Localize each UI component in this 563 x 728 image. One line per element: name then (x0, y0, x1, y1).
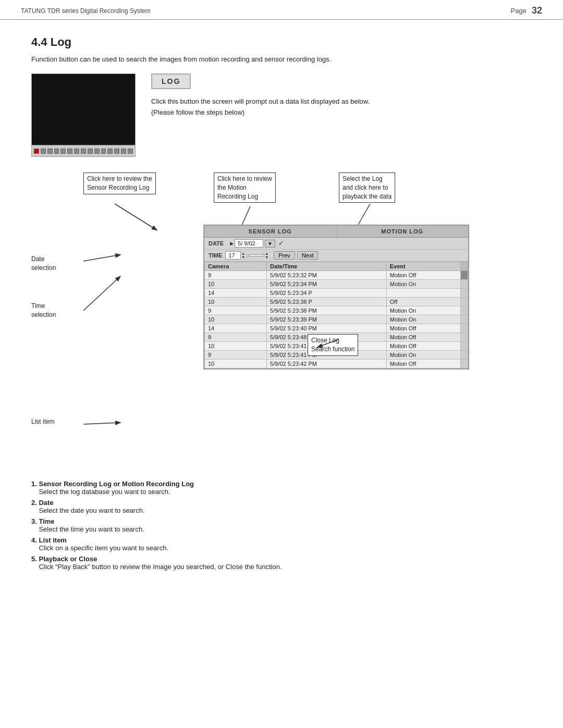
diagram-area: Date selection Time selection List item … (31, 172, 532, 464)
step-number: 5. (31, 555, 37, 563)
table-row[interactable]: 95/9/02 5:23:38 PMMotion On (205, 306, 468, 315)
step-desc: Click on a specific item you want to sea… (31, 544, 168, 552)
table-cell-6-0: 14 (205, 324, 267, 333)
sensor-callout-text: Click here to review theSensor Recording… (83, 172, 156, 194)
header-title: TATUNG TDR series Digital Recording Syst… (21, 7, 151, 15)
tab-motion[interactable]: MOTION LOG (337, 226, 469, 237)
scroll-cell (461, 360, 468, 368)
device-btn-2 (47, 149, 53, 154)
step-number: 2. (31, 499, 37, 507)
step-number: 3. (31, 517, 37, 525)
table-row[interactable]: 105/9/02 5:23:38 POff (205, 298, 468, 306)
table-cell-4-2: Motion On (386, 306, 460, 315)
table-cell-9-0: 9 (205, 351, 267, 360)
mockup-tabs: SENSOR LOG MOTION LOG (204, 226, 468, 238)
intro-text: Function button can be used to search th… (31, 55, 532, 63)
select-log-callout-box: Select the Logand click here toplayback … (339, 172, 395, 203)
scroll-cell (461, 342, 468, 351)
time-selection-label: Time selection (31, 302, 56, 319)
time-min-spinner[interactable]: ▲ ▼ (265, 252, 268, 259)
col-datetime: Date/Time (267, 262, 387, 271)
step-desc: Select the log database you want to sear… (31, 488, 170, 496)
table-cell-0-0: 9 (205, 271, 267, 280)
device-btn-3 (54, 149, 59, 154)
step-item: 3. Time Select the time you want to sear… (31, 517, 532, 533)
table-cell-6-2: Motion Off (386, 324, 460, 333)
step-item: 4. List item Click on a specific item yo… (31, 536, 532, 552)
device-btn-8 (88, 149, 93, 154)
step-number: 4. (31, 536, 37, 544)
device-btn-5 (67, 149, 72, 154)
device-controls (32, 145, 135, 156)
step-desc: Click “Play Back” button to review the i… (31, 563, 282, 571)
step-title: Time (39, 517, 54, 525)
date-confirm-btn[interactable]: ✓ (278, 240, 284, 247)
table-cell-2-1: 5/9/02 5:23:34 P (267, 289, 387, 298)
table-row[interactable]: 145/9/02 5:23:34 P (205, 289, 468, 298)
steps-section: 1. Sensor Recording Log or Motion Record… (31, 480, 532, 571)
close-log-text: Close LogSearch function (308, 334, 358, 356)
table-cell-3-1: 5/9/02 5:23:38 P (267, 298, 387, 306)
table-row[interactable]: 105/9/02 5:23:39 PMMotion On (205, 315, 468, 324)
table-cell-7-2: Motion Off (386, 333, 460, 342)
date-field[interactable]: 5/ 9/02 (235, 239, 263, 248)
page-header: TATUNG TDR series Digital Recording Syst… (0, 0, 563, 20)
table-row[interactable]: 145/9/02 5:23:40 PMMotion Off (205, 324, 468, 333)
table-cell-2-0: 14 (205, 289, 267, 298)
time-hour-spinner[interactable]: ▲ ▼ (241, 252, 245, 259)
instruction-line2: (Please follow the steps below) (151, 107, 532, 118)
table-cell-7-0: 9 (205, 333, 267, 342)
device-btn-9 (94, 149, 100, 154)
log-button[interactable]: LOG (151, 73, 191, 89)
col-camera: Camera (205, 262, 267, 271)
step-item: 5. Playback or Close Click “Play Back” b… (31, 555, 532, 571)
device-btn-13 (121, 149, 126, 154)
table-cell-9-2: Motion On (386, 351, 460, 360)
time-hour-field[interactable]: 17 (225, 251, 241, 260)
table-cell-8-2: Motion Off (386, 342, 460, 351)
svg-line-4 (83, 277, 120, 311)
tab-sensor[interactable]: SENSOR LOG (204, 226, 337, 237)
scroll-cell (461, 351, 468, 360)
time-label: TIME (209, 252, 222, 258)
table-row[interactable]: 105/9/02 5:23:34 PMMotion On (205, 280, 468, 289)
sensor-callout-box: Click here to review theSensor Recording… (83, 172, 156, 194)
table-cell-4-0: 9 (205, 306, 267, 315)
scroll-cell (461, 306, 468, 315)
svg-line-3 (83, 255, 120, 261)
device-btn-red (34, 149, 39, 154)
top-area: LOG Click this button the screen will pr… (31, 73, 532, 157)
device-btn-7 (81, 149, 86, 154)
time-min-field[interactable] (249, 254, 264, 256)
scroll-cell (461, 324, 468, 333)
table-row[interactable]: 105/9/02 5:23:42 PMMotion Off (205, 360, 468, 368)
step-title: Date (39, 499, 53, 507)
scroll-cell (461, 315, 468, 324)
device-btn-14 (128, 149, 133, 154)
step-title: List item (39, 536, 66, 544)
scroll-cell (461, 289, 468, 298)
section-title: 4.4 Log (31, 35, 532, 49)
device-btn-4 (60, 149, 66, 154)
svg-line-5 (83, 423, 120, 424)
time-colon: : (246, 252, 248, 258)
table-cell-0-1: 5/9/02 5:23:32 PM (267, 271, 387, 280)
log-instructions: LOG Click this button the screen will pr… (151, 73, 532, 157)
prev-button[interactable]: Prev (274, 251, 295, 260)
close-log-callout: Close LogSearch function (308, 334, 358, 356)
table-cell-8-0: 10 (205, 342, 267, 351)
date-selection-label: Date selection (31, 255, 56, 273)
col-event: Event (386, 262, 460, 271)
scroll-cell (461, 280, 468, 289)
table-cell-10-0: 10 (205, 360, 267, 368)
table-cell-5-0: 10 (205, 315, 267, 324)
date-row: DATE ► 5/ 9/02 ▼ ✓ (204, 238, 468, 250)
device-btn-1 (41, 149, 46, 154)
steps-list: 1. Sensor Recording Log or Motion Record… (31, 480, 532, 571)
date-dropdown-btn[interactable]: ▼ (265, 240, 275, 248)
device-btn-11 (107, 149, 113, 154)
device-image (31, 73, 136, 157)
date-label: DATE (209, 240, 224, 246)
next-button[interactable]: Next (297, 251, 319, 260)
table-row[interactable]: 95/9/02 5:23:32 PMMotion Off (205, 271, 468, 280)
